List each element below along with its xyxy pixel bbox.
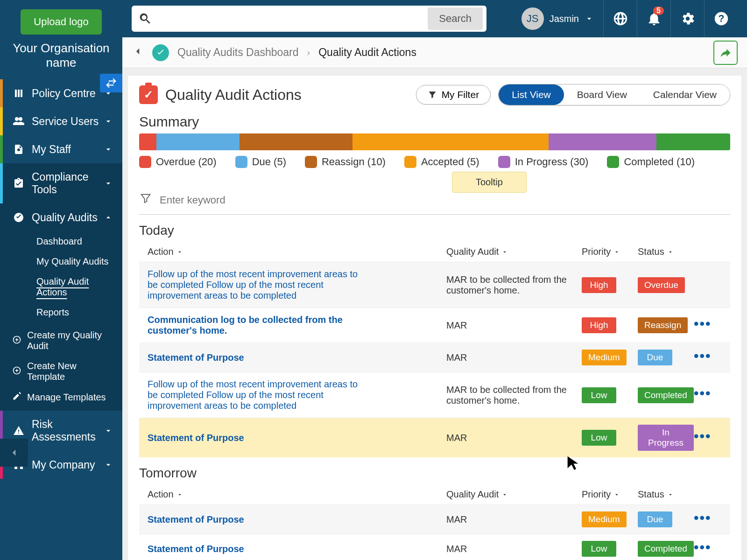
chevron-down-icon bbox=[104, 117, 113, 126]
nav-label: Compliance Tools bbox=[32, 171, 104, 196]
more-actions-button[interactable]: ••• bbox=[694, 316, 712, 331]
help-icon[interactable]: ? bbox=[704, 0, 738, 37]
column-header[interactable]: Action bbox=[148, 489, 446, 500]
action-cell[interactable]: Statement of Purpose bbox=[148, 433, 367, 443]
keyword-input[interactable] bbox=[160, 194, 730, 206]
swatch bbox=[305, 156, 317, 168]
action-label: Create New Template bbox=[27, 361, 113, 382]
view-tab-calendar-view[interactable]: Calendar View bbox=[640, 84, 730, 105]
summary-segment[interactable] bbox=[139, 133, 156, 150]
action-cell[interactable]: Follow up of the most recent improvement… bbox=[148, 269, 367, 301]
column-header[interactable]: Status bbox=[638, 246, 694, 257]
more-actions-button[interactable]: ••• bbox=[694, 539, 712, 555]
view-tab-board-view[interactable]: Board View bbox=[564, 84, 640, 105]
table-row[interactable]: Follow up of the most recent improvement… bbox=[139, 372, 730, 418]
filter-funnel-icon[interactable] bbox=[139, 192, 152, 208]
more-actions-button[interactable]: ••• bbox=[694, 348, 712, 364]
nav-icon bbox=[12, 143, 25, 156]
priority-tag: Medium bbox=[582, 511, 627, 527]
nav-label: Service Users bbox=[32, 115, 104, 128]
legend-label: Overdue (20) bbox=[156, 156, 217, 168]
more-actions-button[interactable]: ••• bbox=[694, 510, 712, 525]
status-tag: In Progress bbox=[638, 425, 694, 451]
search-button[interactable]: Search bbox=[428, 7, 483, 30]
legend-item[interactable]: Overdue (20) bbox=[139, 156, 217, 168]
action-cell[interactable]: Statement of Purpose bbox=[148, 544, 367, 554]
priority-tag: High bbox=[582, 317, 616, 333]
collapse-sidebar-button[interactable] bbox=[0, 439, 28, 467]
swatch bbox=[235, 156, 247, 168]
subnav-reports[interactable]: Reports bbox=[27, 302, 122, 322]
summary-segment[interactable] bbox=[549, 133, 656, 150]
section-title: Today bbox=[139, 223, 730, 238]
legend-label: In Progress (30) bbox=[515, 156, 589, 168]
upload-logo-button[interactable]: Upload logo bbox=[21, 9, 101, 35]
my-filter-button[interactable]: My Filter bbox=[416, 85, 491, 105]
column-header[interactable]: Priority bbox=[582, 246, 638, 257]
action-cell[interactable]: Statement of Purpose bbox=[148, 352, 367, 363]
column-header[interactable]: Action bbox=[148, 246, 446, 257]
column-header[interactable]: Quality Audit bbox=[446, 489, 582, 500]
subnav-my-quality-audits[interactable]: My Quality Audits bbox=[27, 252, 122, 272]
sidebar-action[interactable]: Create my Quality Audit bbox=[0, 325, 122, 356]
sort-icon bbox=[613, 249, 620, 255]
status-tag: Due bbox=[638, 511, 672, 527]
more-actions-button[interactable]: ••• bbox=[694, 385, 712, 401]
nav-item-compliance-tools[interactable]: Compliance Tools bbox=[0, 163, 122, 203]
action-cell[interactable]: Communication log to be collected from t… bbox=[148, 315, 367, 336]
swap-icon[interactable] bbox=[100, 74, 122, 92]
status-tag: Completed bbox=[638, 387, 694, 403]
swatch bbox=[404, 156, 416, 168]
table-row[interactable]: Follow up of the most recent improvement… bbox=[139, 262, 730, 308]
nav-quality-audits[interactable]: Quality Audits bbox=[0, 203, 122, 231]
search-input[interactable] bbox=[152, 13, 428, 25]
share-button[interactable] bbox=[713, 41, 738, 65]
summary-segment[interactable] bbox=[240, 133, 352, 150]
sort-icon bbox=[176, 249, 183, 255]
globe-icon[interactable] bbox=[603, 0, 637, 37]
nav-item-my-staff[interactable]: My Staff bbox=[0, 135, 122, 163]
legend-item[interactable]: In Progress (30) bbox=[498, 156, 589, 168]
summary-segment[interactable] bbox=[656, 133, 730, 150]
summary-segment[interactable] bbox=[352, 133, 549, 150]
quality-audit-cell: MAR to be collected from the customer's … bbox=[446, 385, 568, 406]
filter-label: My Filter bbox=[442, 89, 479, 100]
action-cell[interactable]: Statement of Purpose bbox=[148, 514, 367, 525]
plus-circle-icon bbox=[12, 335, 21, 347]
column-header[interactable]: Quality Audit bbox=[446, 246, 582, 257]
legend-item[interactable]: Accepted (5) bbox=[404, 156, 479, 168]
subnav-quality-audit-actions[interactable]: Quality Audit Actions bbox=[27, 272, 122, 302]
plus-circle-icon bbox=[12, 366, 21, 378]
chevron-down-icon bbox=[104, 145, 113, 154]
quality-audit-cell: MAR bbox=[446, 433, 568, 443]
summary-bar bbox=[139, 133, 730, 150]
nav-item-service-users[interactable]: Service Users bbox=[0, 107, 122, 135]
chevron-right-icon: › bbox=[307, 47, 310, 58]
action-cell[interactable]: Follow up of the most recent improvement… bbox=[148, 379, 367, 411]
gear-icon[interactable] bbox=[670, 0, 704, 37]
column-header[interactable]: Status bbox=[638, 489, 694, 500]
table-row[interactable]: Statement of PurposeMARLowIn Progress••• bbox=[139, 418, 730, 457]
view-tab-list-view[interactable]: List View bbox=[499, 84, 564, 105]
breadcrumb-parent[interactable]: Quality Audits Dashboard bbox=[177, 46, 299, 59]
more-actions-button[interactable]: ••• bbox=[694, 428, 712, 444]
legend-label: Reassign (10) bbox=[322, 156, 386, 168]
legend-item[interactable]: Due (5) bbox=[235, 156, 286, 168]
sidebar-action[interactable]: Manage Templates bbox=[0, 387, 122, 408]
column-header[interactable]: Priority bbox=[582, 489, 638, 500]
table-header: Action Quality Audit Priority Status bbox=[139, 484, 730, 504]
table-row[interactable]: Statement of PurposeMARMediumDue••• bbox=[139, 504, 730, 534]
table-row[interactable]: Statement of PurposeMARLowCompleted••• bbox=[139, 534, 730, 560]
subnav-dashboard[interactable]: Dashboard bbox=[27, 231, 122, 252]
table-row[interactable]: Statement of PurposeMARMediumDue••• bbox=[139, 343, 730, 372]
legend-item[interactable]: Completed (10) bbox=[607, 156, 695, 168]
summary-segment[interactable] bbox=[156, 133, 240, 150]
status-tag: Due bbox=[638, 350, 672, 365]
legend-item[interactable]: Reassign (10) bbox=[305, 156, 386, 168]
user-menu[interactable]: JS Jasmin bbox=[521, 7, 594, 30]
chevron-down-icon bbox=[585, 14, 594, 23]
table-row[interactable]: Communication log to be collected from t… bbox=[139, 308, 730, 343]
sidebar-action[interactable]: Create New Template bbox=[0, 356, 122, 387]
bell-icon[interactable]: 5 bbox=[637, 0, 670, 37]
back-button[interactable] bbox=[132, 45, 144, 60]
